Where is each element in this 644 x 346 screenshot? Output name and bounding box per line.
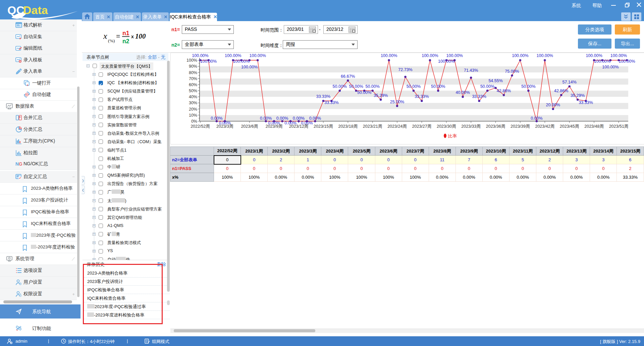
svg-text:0.00%: 0.00% [276,116,288,121]
svg-text:35.29%: 35.29% [571,93,585,98]
svg-text:n1: n1 [122,30,129,37]
svg-text:0.00%: 0.00% [531,116,542,121]
svg-text:0.00%: 0.00% [284,121,296,125]
svg-text:100.00%: 100.00% [610,53,627,58]
svg-text:100.00%: 100.00% [422,53,438,58]
svg-text:Data: Data [23,4,48,16]
svg-text:100.00%: 100.00% [602,65,619,69]
svg-text:N: N [15,161,19,167]
svg-text:100%: 100% [186,58,197,63]
svg-text:2023/33周: 2023/33周 [461,124,481,129]
svg-text:0.00%: 0.00% [268,121,280,125]
svg-text:50.00%: 50.00% [357,90,371,95]
svg-text:70%: 70% [189,76,197,81]
svg-text:71.43%: 71.43% [464,68,478,73]
svg-text:2023/36周: 2023/36周 [486,124,505,129]
svg-text:30%: 30% [189,101,197,105]
svg-text:100.00%: 100.00% [241,65,258,69]
svg-text:42.86%: 42.86% [497,89,511,93]
svg-text:2023/21周: 2023/21周 [363,124,382,129]
svg-text:x: x [103,31,107,41]
svg-text:0.00%: 0.00% [211,116,222,121]
svg-text:2023/48周: 2023/48周 [584,124,604,129]
svg-text:=: = [116,32,120,40]
svg-text:20.00%: 20.00% [546,103,560,107]
svg-text:2023/27周: 2023/27周 [412,124,432,129]
svg-text:50.00%: 50.00% [431,84,445,89]
svg-text:0.00%: 0.00% [293,116,305,121]
svg-text:2023/30周: 2023/30周 [437,124,456,129]
svg-text:57.14%: 57.14% [562,80,576,84]
svg-text:2023/42周: 2023/42周 [535,124,554,129]
svg-text:100.00%: 100.00% [192,53,208,58]
svg-text:40.00%: 40.00% [455,90,470,95]
svg-text:100.00%: 100.00% [381,53,397,58]
svg-text:35.29%: 35.29% [374,93,388,98]
svg-text:50.00%: 50.00% [521,84,535,89]
svg-text:25.00%: 25.00% [390,100,404,104]
svg-text:100.00%: 100.00% [225,53,241,58]
svg-text:50.00%: 50.00% [480,84,494,89]
svg-text:66.67%: 66.67% [341,74,355,79]
svg-text:2023/15周: 2023/15周 [314,124,333,129]
svg-text:33.33%: 33.33% [316,94,330,99]
svg-text:(%): (%) [108,38,115,43]
svg-text:100.00%: 100.00% [233,59,250,64]
svg-text:90%: 90% [189,64,197,69]
svg-text:2022/52周: 2022/52周 [191,124,210,129]
svg-text:n2: n2 [122,38,129,45]
svg-text:G: G [19,161,22,167]
svg-text:10%: 10% [189,113,197,118]
svg-text:50.00%: 50.00% [349,84,363,89]
svg-text:0.00%: 0.00% [301,121,313,125]
svg-text:2023/6周: 2023/6周 [241,124,258,129]
svg-text:100.00%: 100.00% [594,59,610,64]
svg-text:80%: 80% [189,70,197,75]
svg-text:40%: 40% [189,95,197,99]
svg-text:50.00%: 50.00% [333,84,347,89]
svg-text:100: 100 [135,32,146,40]
svg-text:33.33%: 33.33% [415,94,429,99]
svg-text:33.33%: 33.33% [472,94,486,99]
svg-text:72.73%: 72.73% [398,67,412,72]
svg-text:100.00%: 100.00% [586,53,602,58]
svg-text:100.00%: 100.00% [438,59,454,64]
svg-text:50.00%: 50.00% [365,84,379,89]
svg-text:50%: 50% [189,89,197,93]
svg-text:100.00%: 100.00% [250,53,266,58]
svg-text:2023/45周: 2023/45周 [560,124,579,129]
svg-text:100.00%: 100.00% [200,59,217,64]
svg-text:54.55%: 54.55% [488,78,502,83]
svg-text:50.00%: 50.00% [407,84,421,89]
svg-text:0.00%: 0.00% [260,116,272,121]
svg-text:100.00%: 100.00% [446,53,463,58]
svg-text:2023/24周: 2023/24周 [387,124,407,129]
svg-text:比率: 比率 [448,133,457,138]
svg-text:0.00%: 0.00% [219,121,231,125]
svg-text:42.86%: 42.86% [554,89,568,93]
svg-text:75.00%: 75.00% [505,69,519,74]
svg-text:33.33%: 33.33% [324,100,338,105]
svg-text:100.00%: 100.00% [537,53,553,58]
svg-text:100.00%: 100.00% [512,53,528,58]
svg-text:2023/51周: 2023/51周 [609,124,629,129]
svg-text:33.33%: 33.33% [579,100,593,105]
svg-text:2023/39周: 2023/39周 [511,124,530,129]
svg-text:20%: 20% [189,107,197,112]
svg-text:x: x [131,34,134,39]
svg-text:0%: 0% [191,119,197,124]
svg-text:2023/18周: 2023/18周 [338,124,358,129]
svg-text:60%: 60% [189,82,197,87]
svg-text:0.00%: 0.00% [309,116,321,121]
svg-text:100.00%: 100.00% [619,59,635,64]
